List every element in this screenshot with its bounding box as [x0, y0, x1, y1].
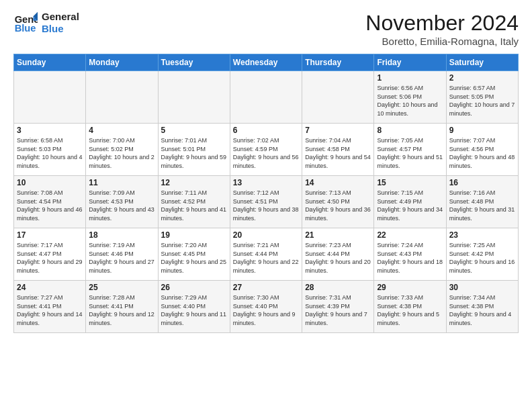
day-number: 11 [89, 178, 154, 187]
day-cell: 14Sunrise: 7:13 AM Sunset: 4:50 PM Dayli… [302, 176, 374, 228]
day-info: Sunrise: 7:33 AM Sunset: 4:38 PM Dayligh… [377, 293, 443, 327]
day-number: 30 [449, 283, 515, 292]
day-number: 18 [89, 230, 154, 240]
day-info: Sunrise: 7:20 AM Sunset: 4:45 PM Dayligh… [161, 241, 227, 275]
day-number: 3 [17, 126, 83, 135]
day-number: 9 [449, 126, 515, 135]
week-row-2: 3Sunrise: 6:58 AM Sunset: 5:03 PM Daylig… [14, 124, 519, 176]
day-number: 5 [161, 126, 227, 135]
day-cell: 11Sunrise: 7:09 AM Sunset: 4:53 PM Dayli… [86, 176, 158, 228]
day-number: 14 [305, 178, 371, 187]
day-number: 28 [305, 283, 371, 292]
day-number: 1 [377, 73, 443, 83]
day-cell: 17Sunrise: 7:17 AM Sunset: 4:47 PM Dayli… [14, 228, 86, 281]
day-cell: 15Sunrise: 7:15 AM Sunset: 4:49 PM Dayli… [374, 176, 446, 228]
day-cell: 19Sunrise: 7:20 AM Sunset: 4:45 PM Dayli… [158, 228, 230, 281]
day-number: 26 [161, 283, 227, 292]
day-number: 20 [233, 230, 299, 240]
calendar-header-row: SundayMondayTuesdayWednesdayThursdayFrid… [14, 54, 519, 71]
week-row-3: 10Sunrise: 7:08 AM Sunset: 4:54 PM Dayli… [14, 176, 519, 228]
day-info: Sunrise: 7:16 AM Sunset: 4:48 PM Dayligh… [449, 189, 515, 222]
location: Boretto, Emilia-Romagna, Italy [365, 36, 519, 47]
week-row-4: 17Sunrise: 7:17 AM Sunset: 4:47 PM Dayli… [14, 228, 519, 281]
day-info: Sunrise: 7:09 AM Sunset: 4:53 PM Dayligh… [89, 189, 154, 222]
day-number: 10 [17, 178, 83, 187]
day-number: 22 [377, 230, 443, 240]
logo-line1: General [42, 11, 79, 23]
day-cell: 8Sunrise: 7:05 AM Sunset: 4:57 PM Daylig… [374, 124, 446, 176]
day-info: Sunrise: 7:08 AM Sunset: 4:54 PM Dayligh… [17, 189, 83, 222]
day-info: Sunrise: 7:07 AM Sunset: 4:56 PM Dayligh… [449, 136, 515, 170]
day-cell: 29Sunrise: 7:33 AM Sunset: 4:38 PM Dayli… [374, 281, 446, 333]
day-cell [158, 71, 230, 124]
day-number: 2 [449, 73, 515, 83]
day-cell: 10Sunrise: 7:08 AM Sunset: 4:54 PM Dayli… [14, 176, 86, 228]
day-info: Sunrise: 7:00 AM Sunset: 5:02 PM Dayligh… [89, 136, 154, 170]
day-info: Sunrise: 7:27 AM Sunset: 4:41 PM Dayligh… [17, 293, 83, 327]
day-number: 16 [449, 178, 515, 187]
day-info: Sunrise: 6:56 AM Sunset: 5:06 PM Dayligh… [377, 84, 443, 118]
day-cell [86, 71, 158, 124]
day-cell: 22Sunrise: 7:24 AM Sunset: 4:43 PM Dayli… [374, 228, 446, 281]
day-number: 25 [89, 283, 154, 292]
day-info: Sunrise: 7:29 AM Sunset: 4:40 PM Dayligh… [161, 293, 227, 327]
day-info: Sunrise: 7:04 AM Sunset: 4:58 PM Dayligh… [305, 136, 371, 170]
day-cell: 4Sunrise: 7:00 AM Sunset: 5:02 PM Daylig… [86, 124, 158, 176]
day-cell: 27Sunrise: 7:30 AM Sunset: 4:40 PM Dayli… [230, 281, 302, 333]
day-info: Sunrise: 7:17 AM Sunset: 4:47 PM Dayligh… [17, 241, 83, 275]
day-cell: 25Sunrise: 7:28 AM Sunset: 4:41 PM Dayli… [86, 281, 158, 333]
day-info: Sunrise: 7:02 AM Sunset: 4:59 PM Dayligh… [233, 136, 299, 170]
header-cell-friday: Friday [374, 54, 446, 71]
day-cell: 23Sunrise: 7:25 AM Sunset: 4:42 PM Dayli… [446, 228, 518, 281]
day-cell: 30Sunrise: 7:34 AM Sunset: 4:38 PM Dayli… [446, 281, 518, 333]
day-cell: 16Sunrise: 7:16 AM Sunset: 4:48 PM Dayli… [446, 176, 518, 228]
day-info: Sunrise: 7:19 AM Sunset: 4:46 PM Dayligh… [89, 241, 154, 275]
day-info: Sunrise: 7:21 AM Sunset: 4:44 PM Dayligh… [233, 241, 299, 275]
week-row-1: 1Sunrise: 6:56 AM Sunset: 5:06 PM Daylig… [14, 71, 519, 124]
calendar-table: SundayMondayTuesdayWednesdayThursdayFrid… [13, 54, 519, 333]
header: General Blue General Blue November 2024 … [13, 11, 519, 47]
day-info: Sunrise: 7:24 AM Sunset: 4:43 PM Dayligh… [377, 241, 443, 275]
day-info: Sunrise: 7:25 AM Sunset: 4:42 PM Dayligh… [449, 241, 515, 275]
day-number: 29 [377, 283, 443, 292]
day-number: 12 [161, 178, 227, 187]
day-number: 19 [161, 230, 227, 240]
day-cell: 20Sunrise: 7:21 AM Sunset: 4:44 PM Dayli… [230, 228, 302, 281]
day-cell: 3Sunrise: 6:58 AM Sunset: 5:03 PM Daylig… [14, 124, 86, 176]
svg-text:Blue: Blue [15, 23, 36, 34]
day-cell: 21Sunrise: 7:23 AM Sunset: 4:44 PM Dayli… [302, 228, 374, 281]
day-number: 17 [17, 230, 83, 240]
day-cell: 2Sunrise: 6:57 AM Sunset: 5:05 PM Daylig… [446, 71, 518, 124]
day-info: Sunrise: 7:30 AM Sunset: 4:40 PM Dayligh… [233, 293, 299, 327]
day-cell: 7Sunrise: 7:04 AM Sunset: 4:58 PM Daylig… [302, 124, 374, 176]
header-cell-monday: Monday [86, 54, 158, 71]
title-block: November 2024 Boretto, Emilia-Romagna, I… [365, 11, 519, 47]
day-number: 8 [377, 126, 443, 135]
day-cell: 5Sunrise: 7:01 AM Sunset: 5:01 PM Daylig… [158, 124, 230, 176]
day-info: Sunrise: 7:23 AM Sunset: 4:44 PM Dayligh… [305, 241, 371, 275]
day-info: Sunrise: 7:34 AM Sunset: 4:38 PM Dayligh… [449, 293, 515, 327]
day-number: 15 [377, 178, 443, 187]
logo: General Blue General Blue [13, 11, 79, 35]
day-info: Sunrise: 7:13 AM Sunset: 4:50 PM Dayligh… [305, 189, 371, 222]
day-info: Sunrise: 7:05 AM Sunset: 4:57 PM Dayligh… [377, 136, 443, 170]
header-cell-tuesday: Tuesday [158, 54, 230, 71]
day-cell: 28Sunrise: 7:31 AM Sunset: 4:39 PM Dayli… [302, 281, 374, 333]
day-cell: 1Sunrise: 6:56 AM Sunset: 5:06 PM Daylig… [374, 71, 446, 124]
day-info: Sunrise: 7:12 AM Sunset: 4:51 PM Dayligh… [233, 189, 299, 222]
day-number: 13 [233, 178, 299, 187]
day-number: 4 [89, 126, 154, 135]
header-cell-wednesday: Wednesday [230, 54, 302, 71]
day-number: 24 [17, 283, 83, 292]
day-number: 7 [305, 126, 371, 135]
day-cell: 26Sunrise: 7:29 AM Sunset: 4:40 PM Dayli… [158, 281, 230, 333]
day-cell: 24Sunrise: 7:27 AM Sunset: 4:41 PM Dayli… [14, 281, 86, 333]
day-cell [14, 71, 86, 124]
day-cell: 12Sunrise: 7:11 AM Sunset: 4:52 PM Dayli… [158, 176, 230, 228]
day-info: Sunrise: 6:57 AM Sunset: 5:05 PM Dayligh… [449, 84, 515, 118]
day-cell: 18Sunrise: 7:19 AM Sunset: 4:46 PM Dayli… [86, 228, 158, 281]
header-cell-thursday: Thursday [302, 54, 374, 71]
day-cell: 6Sunrise: 7:02 AM Sunset: 4:59 PM Daylig… [230, 124, 302, 176]
week-row-5: 24Sunrise: 7:27 AM Sunset: 4:41 PM Dayli… [14, 281, 519, 333]
day-info: Sunrise: 7:11 AM Sunset: 4:52 PM Dayligh… [161, 189, 227, 222]
